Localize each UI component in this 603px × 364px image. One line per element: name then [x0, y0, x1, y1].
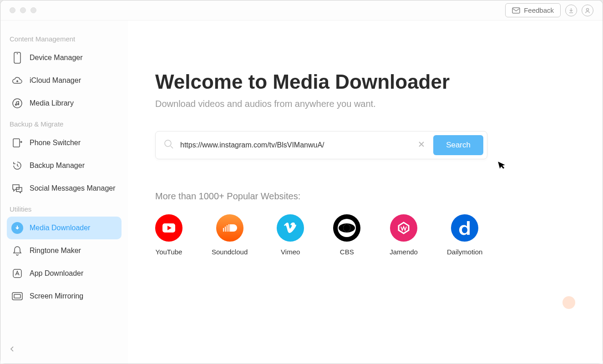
- popular-sites-grid: YouTube Soundcloud Vimeo: [155, 214, 584, 256]
- popular-sites-label: More than 1000+ Popular Websites:: [155, 191, 584, 202]
- site-label: YouTube: [156, 248, 182, 256]
- search-icon: [164, 139, 174, 151]
- sidebar-item-label: Backup Manager: [30, 162, 85, 170]
- section-label-content: Content Management: [10, 35, 119, 43]
- jamendo-icon: [390, 214, 417, 242]
- mouse-cursor: [497, 159, 507, 172]
- switch-icon: [11, 137, 23, 149]
- sidebar-collapse[interactable]: [7, 341, 122, 359]
- sidebar-item-device-manager[interactable]: Device Manager: [7, 46, 122, 69]
- feedback-label: Feedback: [524, 6, 554, 14]
- svg-point-4: [13, 99, 22, 108]
- svg-rect-10: [14, 294, 20, 298]
- search-bar: Search: [155, 131, 487, 159]
- clear-input-button[interactable]: [416, 139, 427, 152]
- traffic-lights: [10, 7, 36, 13]
- svg-marker-21: [399, 222, 409, 233]
- sidebar-item-label: iCloud Manager: [30, 76, 81, 85]
- music-icon: [11, 97, 23, 109]
- main-panel: Welcome to Media Downloader Download vid…: [128, 20, 603, 364]
- search-button[interactable]: Search: [433, 135, 483, 155]
- maximize-window-dot[interactable]: [30, 7, 36, 13]
- page-title: Welcome to Media Downloader: [155, 71, 584, 93]
- site-cbs[interactable]: CBS: [333, 214, 360, 256]
- sidebar-item-app-downloader[interactable]: App Downloader: [7, 262, 122, 285]
- sidebar-item-social-messages[interactable]: Social Messages Manager: [7, 177, 122, 200]
- cbs-icon: [333, 214, 360, 242]
- vimeo-icon: [277, 214, 304, 242]
- sidebar-item-label: Media Library: [30, 99, 74, 107]
- youtube-icon: [155, 214, 182, 242]
- sidebar: Content Management Device Manager iCloud…: [0, 20, 128, 364]
- site-label: Jamendo: [390, 248, 418, 256]
- svg-point-1: [587, 8, 589, 10]
- history-icon: [11, 160, 23, 172]
- app-window: Feedback Content Management Device Manag…: [0, 0, 603, 364]
- decoration-dot: [562, 296, 575, 309]
- svg-point-11: [165, 140, 171, 147]
- sidebar-item-label: Ringtone Maker: [30, 247, 81, 255]
- bell-icon: [11, 245, 23, 257]
- download-icon: [568, 7, 574, 14]
- sidebar-item-label: Phone Switcher: [30, 139, 81, 147]
- close-icon: [418, 141, 425, 148]
- svg-rect-0: [512, 8, 520, 13]
- svg-rect-13: [223, 228, 224, 232]
- sidebar-item-label: Screen Mirroring: [30, 292, 83, 300]
- site-dailymotion[interactable]: Dailymotion: [447, 214, 482, 256]
- page-subtitle: Download videos and audios from anywhere…: [155, 99, 584, 109]
- close-window-dot[interactable]: [10, 7, 15, 13]
- sidebar-item-label: App Downloader: [30, 269, 83, 278]
- chevron-left-icon: [10, 345, 15, 353]
- sidebar-item-ringtone-maker[interactable]: Ringtone Maker: [7, 239, 122, 262]
- site-label: Vimeo: [281, 248, 300, 256]
- titlebar: Feedback: [0, 0, 603, 20]
- svg-rect-14: [225, 227, 226, 232]
- download-status-button[interactable]: [565, 5, 577, 16]
- svg-point-6: [18, 104, 19, 105]
- soundcloud-icon: [216, 214, 243, 242]
- svg-point-5: [15, 104, 17, 106]
- site-vimeo[interactable]: Vimeo: [277, 214, 304, 256]
- sidebar-item-label: Device Manager: [30, 54, 83, 62]
- sidebar-item-icloud-manager[interactable]: iCloud Manager: [7, 69, 122, 92]
- sidebar-item-media-downloader[interactable]: Media Downloader: [7, 217, 122, 239]
- site-label: Dailymotion: [447, 248, 482, 256]
- svg-rect-16: [228, 224, 229, 232]
- user-icon: [584, 7, 591, 14]
- svg-rect-15: [227, 225, 228, 232]
- site-youtube[interactable]: YouTube: [155, 214, 182, 256]
- titlebar-right: Feedback: [505, 3, 593, 17]
- sidebar-item-backup-manager[interactable]: Backup Manager: [7, 154, 122, 177]
- app-icon: [11, 268, 23, 279]
- url-input[interactable]: [180, 141, 410, 149]
- site-soundcloud[interactable]: Soundcloud: [212, 214, 248, 256]
- section-label-utilities: Utilities: [10, 205, 119, 213]
- download-icon: [11, 222, 23, 234]
- user-button[interactable]: [582, 5, 593, 16]
- sidebar-item-media-library[interactable]: Media Library: [7, 92, 122, 115]
- mirror-icon: [11, 290, 23, 302]
- device-icon: [11, 52, 23, 64]
- site-jamendo[interactable]: Jamendo: [390, 214, 418, 256]
- section-label-backup: Backup & Migrate: [10, 120, 119, 128]
- sidebar-item-label: Social Messages Manager: [30, 184, 116, 192]
- site-label: Soundcloud: [212, 248, 248, 256]
- mail-icon: [512, 7, 520, 14]
- minimize-window-dot[interactable]: [20, 7, 26, 13]
- sidebar-item-label: Media Downloader: [30, 224, 90, 232]
- cloud-icon: [11, 75, 23, 86]
- svg-point-3: [17, 54, 18, 54]
- app-body: Content Management Device Manager iCloud…: [0, 20, 603, 364]
- sidebar-item-phone-switcher[interactable]: Phone Switcher: [7, 131, 122, 154]
- sidebar-item-screen-mirroring[interactable]: Screen Mirroring: [7, 285, 122, 308]
- dailymotion-icon: [451, 214, 478, 242]
- site-label: CBS: [340, 248, 354, 256]
- svg-rect-7: [13, 139, 20, 147]
- chat-icon: [11, 182, 23, 194]
- svg-point-20: [343, 224, 350, 232]
- feedback-button[interactable]: Feedback: [505, 3, 561, 17]
